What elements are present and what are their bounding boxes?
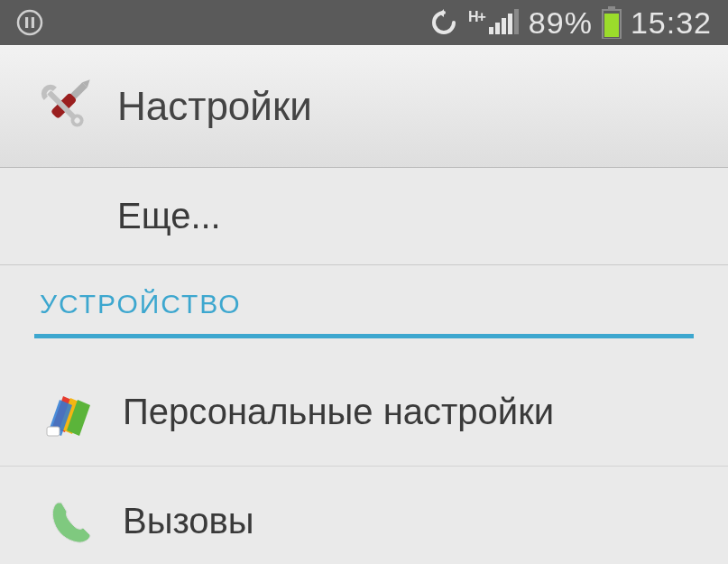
svg-rect-1 [25,17,28,28]
phone-icon [45,495,96,546]
row-personal-label: Персональные настройки [123,392,554,432]
status-right: H+ 89% 15:32 [429,5,712,41]
battery-icon [602,6,622,39]
personalization-icon [45,387,96,438]
svg-rect-6 [508,14,512,34]
svg-rect-2 [32,17,34,28]
svg-rect-10 [604,14,619,37]
signal-icon [489,9,520,36]
status-bar: H+ 89% 15:32 [0,0,728,45]
battery-percent: 89% [529,5,593,41]
app-header: Настройки [0,45,728,168]
row-personal-settings[interactable]: Персональные настройки [0,358,728,467]
content: Еще... УСТРОЙСТВО Персональные настройки… [0,168,728,564]
svg-rect-21 [47,427,60,436]
section-divider [34,334,694,338]
svg-rect-4 [495,23,500,34]
status-left [16,9,43,36]
svg-rect-5 [502,18,506,34]
row-calls-label: Вызовы [123,501,254,541]
svg-point-0 [18,11,41,34]
section-header-device: УСТРОЙСТВО [0,265,728,328]
network-type-label: H+ [468,9,485,25]
clock: 15:32 [631,5,712,41]
svg-rect-3 [489,27,493,34]
settings-tools-icon [31,74,96,139]
svg-rect-7 [514,9,519,34]
pause-icon [16,9,43,36]
row-calls[interactable]: Вызовы [0,467,728,564]
row-more-label: Еще... [117,196,221,236]
row-more[interactable]: Еще... [0,168,728,265]
page-title: Настройки [117,84,312,129]
sync-icon [429,9,459,36]
